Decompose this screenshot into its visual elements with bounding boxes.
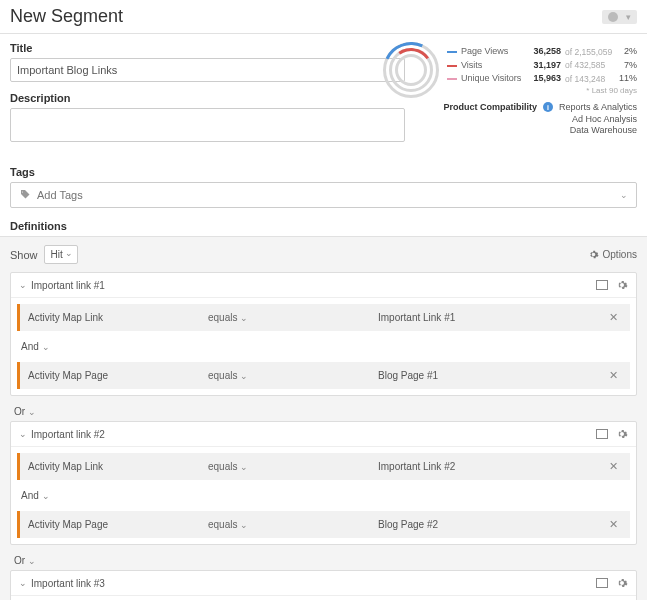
tags-label: Tags bbox=[0, 162, 647, 182]
title-label: Title bbox=[10, 42, 405, 54]
compat-list: Reports & Analytics Ad Hoc Analysis Data… bbox=[559, 102, 637, 137]
tag-icon bbox=[19, 189, 31, 201]
tags-input[interactable] bbox=[37, 189, 614, 201]
rule-value[interactable]: Important Link #1 bbox=[378, 312, 605, 323]
rule-row[interactable]: Activity Map Linkequals ⌄Important Link … bbox=[17, 453, 630, 480]
show-label: Show bbox=[10, 249, 38, 261]
gear-icon bbox=[588, 249, 599, 260]
rule-dimension: Activity Map Page bbox=[28, 370, 208, 381]
rule-operator[interactable]: equals ⌄ bbox=[208, 519, 378, 530]
logic-operator[interactable]: And ⌄ bbox=[11, 486, 636, 505]
rule-row[interactable]: Activity Map Linkequals ⌄Important Link … bbox=[17, 304, 630, 331]
rule-dimension: Activity Map Link bbox=[28, 312, 208, 323]
exclude-icon[interactable] bbox=[596, 578, 608, 588]
chevron-down-icon[interactable]: ⌄ bbox=[19, 280, 27, 290]
exclude-icon[interactable] bbox=[596, 280, 608, 290]
remove-rule-button[interactable]: ✕ bbox=[605, 311, 622, 324]
compat-label: Product Compatibility bbox=[443, 102, 537, 112]
segment-container: ⌄Important link #2Activity Map Linkequal… bbox=[10, 421, 637, 545]
gear-icon[interactable] bbox=[616, 428, 628, 440]
container-name: Important link #2 bbox=[31, 429, 105, 440]
description-input[interactable] bbox=[10, 108, 405, 142]
chevron-down-icon[interactable]: ⌄ bbox=[620, 190, 628, 200]
rule-value[interactable]: Blog Page #1 bbox=[378, 370, 605, 381]
rule-value[interactable]: Important Link #2 bbox=[378, 461, 605, 472]
metrics-note: * Last 90 days bbox=[447, 86, 637, 95]
remove-rule-button[interactable]: ✕ bbox=[605, 369, 622, 382]
logic-operator[interactable]: Or ⌄ bbox=[10, 402, 637, 421]
rule-row[interactable]: Activity Map Pageequals ⌄Blog Page #1✕ bbox=[17, 362, 630, 389]
segment-container: ⌄Important link #3Activity Map Linkequal… bbox=[10, 570, 637, 600]
container-name: Important link #1 bbox=[31, 280, 105, 291]
definitions-label: Definitions bbox=[0, 216, 647, 236]
description-label: Description bbox=[10, 92, 405, 104]
segment-container: ⌄Important link #1Activity Map Linkequal… bbox=[10, 272, 637, 396]
metrics-table: Page Views36,258of 2,155,0592% Visits31,… bbox=[447, 45, 637, 95]
gear-icon[interactable] bbox=[616, 577, 628, 589]
rule-operator[interactable]: equals ⌄ bbox=[208, 370, 378, 381]
rule-operator[interactable]: equals ⌄ bbox=[208, 461, 378, 472]
rule-dimension: Activity Map Link bbox=[28, 461, 208, 472]
options-menu[interactable]: Options bbox=[588, 249, 637, 260]
info-icon[interactable]: i bbox=[543, 102, 553, 112]
show-level-select[interactable]: Hit bbox=[44, 245, 78, 264]
remove-rule-button[interactable]: ✕ bbox=[605, 460, 622, 473]
title-input[interactable] bbox=[10, 58, 405, 82]
metrics-donut-chart bbox=[383, 42, 439, 98]
page-title: New Segment bbox=[10, 6, 123, 27]
gear-icon[interactable] bbox=[616, 279, 628, 291]
rule-operator[interactable]: equals ⌄ bbox=[208, 312, 378, 323]
container-name: Important link #3 bbox=[31, 578, 105, 589]
rule-row[interactable]: Activity Map Pageequals ⌄Blog Page #2✕ bbox=[17, 511, 630, 538]
exclude-icon[interactable] bbox=[596, 429, 608, 439]
remove-rule-button[interactable]: ✕ bbox=[605, 518, 622, 531]
rule-dimension: Activity Map Page bbox=[28, 519, 208, 530]
chevron-down-icon[interactable]: ⌄ bbox=[19, 429, 27, 439]
logic-operator[interactable]: Or ⌄ bbox=[10, 551, 637, 570]
user-menu[interactable]: ▾ bbox=[602, 10, 637, 24]
chevron-down-icon[interactable]: ⌄ bbox=[19, 578, 27, 588]
tags-input-wrap[interactable]: ⌄ bbox=[10, 182, 637, 208]
rule-value[interactable]: Blog Page #2 bbox=[378, 519, 605, 530]
logic-operator[interactable]: And ⌄ bbox=[11, 337, 636, 356]
